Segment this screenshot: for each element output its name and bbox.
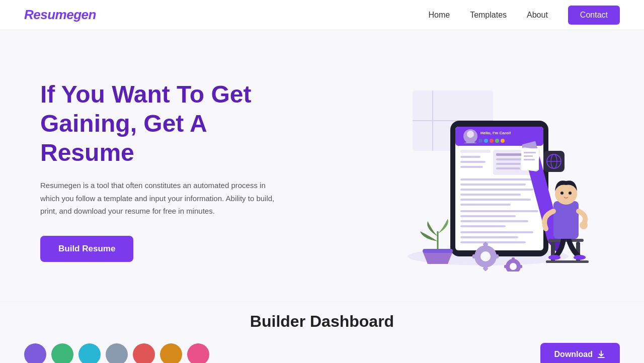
svg-rect-56 [472, 254, 477, 258]
color-swatch-purple[interactable] [24, 343, 46, 363]
svg-rect-50 [524, 155, 533, 157]
hero-content: If You Want To Get Gaining, Get A Resume… [40, 80, 302, 261]
svg-rect-34 [460, 231, 533, 233]
svg-rect-23 [496, 167, 521, 169]
svg-rect-68 [423, 249, 453, 253]
svg-rect-66 [504, 265, 508, 268]
svg-point-8 [467, 131, 474, 138]
svg-rect-51 [524, 159, 535, 160]
svg-rect-18 [460, 166, 483, 168]
hero-title: If You Want To Get Gaining, Get A Resume [40, 80, 302, 167]
svg-rect-21 [496, 158, 524, 160]
nav-links: Home Templates About Contact [428, 6, 620, 25]
svg-rect-33 [460, 225, 506, 227]
color-swatch-red[interactable] [133, 343, 155, 363]
svg-rect-25 [460, 184, 526, 186]
nav-templates[interactable]: Templates [470, 11, 507, 20]
svg-rect-29 [460, 204, 511, 206]
download-label: Download [554, 350, 593, 359]
svg-point-13 [495, 139, 499, 143]
nav-home[interactable]: Home [428, 11, 450, 20]
color-swatch-cyan[interactable] [78, 343, 101, 363]
svg-rect-57 [494, 254, 499, 258]
logo: Resumegen [24, 7, 96, 23]
navbar: Resumegen Home Templates About Contact [0, 0, 644, 30]
svg-rect-70 [548, 239, 584, 242]
download-icon [597, 350, 606, 359]
color-swatches [24, 343, 209, 363]
build-resume-button[interactable]: Build Resume [40, 236, 133, 262]
svg-rect-15 [460, 150, 491, 153]
svg-rect-16 [460, 156, 480, 158]
color-swatch-gray[interactable] [106, 343, 128, 363]
hero-section: If You Want To Get Gaining, Get A Resume… [0, 30, 644, 302]
hero-description: Resumegen is a tool that often constitut… [40, 179, 282, 218]
contact-button[interactable]: Contact [568, 6, 620, 25]
svg-text:Hello, I'm Carol!: Hello, I'm Carol! [480, 131, 511, 135]
svg-rect-76 [553, 201, 579, 239]
svg-point-80 [569, 192, 572, 195]
svg-point-77 [580, 221, 588, 229]
dashboard-section: Builder Dashboard Download [0, 302, 644, 363]
svg-rect-24 [460, 178, 538, 180]
download-button[interactable]: Download [540, 343, 620, 363]
svg-rect-49 [524, 152, 536, 153]
svg-point-74 [548, 255, 560, 260]
color-swatch-pink[interactable] [187, 343, 209, 363]
nav-about[interactable]: About [527, 11, 548, 20]
color-swatch-green[interactable] [51, 343, 73, 363]
svg-point-10 [478, 139, 482, 143]
svg-rect-35 [460, 236, 518, 238]
svg-rect-73 [546, 260, 589, 263]
svg-rect-32 [460, 220, 528, 222]
svg-rect-27 [460, 194, 521, 196]
svg-point-75 [574, 255, 586, 260]
svg-point-63 [510, 263, 517, 270]
dashboard-title: Builder Dashboard [24, 312, 620, 331]
bottom-bar: Download [24, 343, 620, 363]
svg-rect-30 [460, 210, 538, 212]
svg-rect-26 [460, 189, 533, 191]
svg-rect-17 [460, 161, 486, 163]
hero-illustration: Hello, I'm Carol! [372, 70, 604, 271]
svg-point-53 [480, 251, 491, 261]
svg-rect-64 [512, 257, 515, 261]
svg-point-11 [484, 139, 488, 143]
color-swatch-orange[interactable] [160, 343, 182, 363]
svg-rect-67 [518, 265, 522, 268]
svg-rect-31 [460, 215, 516, 217]
svg-point-14 [501, 139, 505, 143]
svg-point-79 [560, 192, 564, 195]
svg-rect-36 [460, 241, 526, 243]
svg-point-12 [490, 139, 494, 143]
svg-rect-28 [460, 199, 531, 201]
